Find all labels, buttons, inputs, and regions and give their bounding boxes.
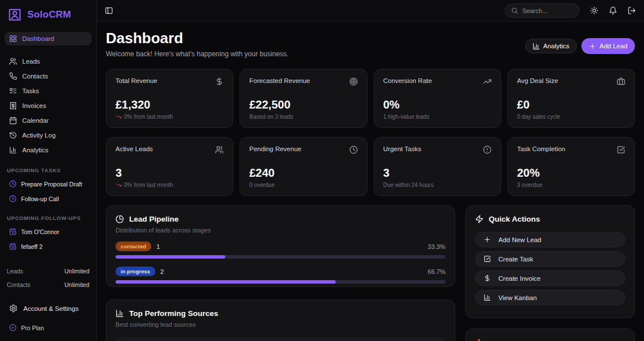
stat-value: 3 bbox=[383, 167, 492, 180]
bar-chart-icon bbox=[484, 294, 491, 301]
main-content: Dashboard Welcome back! Here's what's ha… bbox=[97, 22, 644, 341]
stat-title: Active Leads bbox=[115, 145, 153, 152]
top-sources-card: Top Performing Sources Best converting l… bbox=[106, 300, 455, 341]
list-item-label: Prepare Proposal Draft bbox=[21, 181, 82, 188]
quick-action-add-new-lead[interactable]: Add New Lead bbox=[475, 232, 625, 247]
list-item[interactable]: Follow-up Call bbox=[7, 193, 89, 205]
pipeline-row-contacted: contacted133.3% bbox=[115, 242, 445, 251]
analytics-button[interactable]: Analytics bbox=[525, 39, 577, 53]
list-item[interactable]: fefaeff 2 bbox=[7, 240, 89, 252]
quick-action-view-kanban[interactable]: View Kanban bbox=[475, 290, 625, 305]
sidebar-footer: Account & Settings Pro Plan bbox=[0, 295, 96, 341]
users-icon bbox=[215, 145, 224, 154]
sidebar-item-tasks[interactable]: Tasks bbox=[5, 84, 92, 98]
notifications-icon[interactable] bbox=[609, 6, 617, 15]
zap-icon bbox=[475, 215, 484, 223]
trending-up-icon bbox=[483, 77, 492, 86]
stage-progress-fill bbox=[115, 280, 336, 284]
calendar-clock-icon bbox=[9, 243, 16, 250]
sources-subtitle: Best converting lead sources bbox=[115, 321, 445, 328]
list-item[interactable]: Prepare Proposal Draft bbox=[7, 178, 89, 190]
analytics-button-label: Analytics bbox=[543, 43, 569, 49]
stage-badge: in progress bbox=[115, 267, 155, 276]
stage-badge: contacted bbox=[115, 242, 151, 251]
sidebar-item-analytics[interactable]: Analytics bbox=[5, 143, 92, 157]
stat-card-pending-revenue: Pending Revenue £240 0 overdue bbox=[240, 137, 367, 196]
stats-grid: Total Revenue £1,320 0% from last month … bbox=[106, 69, 635, 196]
lead-pipeline-card: Lead Pipeline Distribution of leads acro… bbox=[106, 205, 455, 287]
list-item-label: Tom O'Connor bbox=[21, 228, 59, 235]
add-lead-button[interactable]: Add Lead bbox=[581, 38, 635, 54]
logout-icon[interactable] bbox=[628, 6, 636, 15]
stat-subtext: 3 overdue bbox=[517, 182, 625, 188]
stat-title: Total Revenue bbox=[115, 77, 158, 84]
stat-card-total-revenue: Total Revenue £1,320 0% from last month bbox=[106, 69, 233, 128]
alert-circle-icon bbox=[483, 145, 492, 154]
square-check-icon bbox=[617, 145, 625, 154]
stat-title: Avg Deal Size bbox=[517, 77, 558, 84]
dollar-icon bbox=[215, 77, 224, 86]
stat-value: £1,320 bbox=[115, 98, 224, 111]
sidebar-item-leads[interactable]: Leads bbox=[5, 55, 92, 68]
stage-count: 1 bbox=[156, 243, 160, 250]
pie-chart-icon bbox=[115, 215, 124, 223]
search-box[interactable] bbox=[505, 3, 580, 18]
upcoming-followups-label: UPCOMING FOLLOW-UPS bbox=[7, 215, 89, 221]
sidebar-item-label: Leads bbox=[22, 58, 40, 65]
sidebar-item-dashboard[interactable]: Dashboard bbox=[5, 32, 92, 45]
quick-action-create-invoice[interactable]: Create Invoice bbox=[475, 271, 625, 286]
sidebar-item-contacts[interactable]: Contacts bbox=[5, 69, 92, 83]
search-icon bbox=[511, 7, 518, 14]
stat-subtext: 0% from last month bbox=[115, 182, 224, 188]
stage-progress-fill bbox=[115, 255, 225, 259]
bar-chart-icon bbox=[532, 43, 540, 50]
pro-plan-item[interactable]: Pro Plan bbox=[7, 316, 89, 335]
upcoming-tasks-label: UPCOMING TASKS bbox=[7, 167, 89, 173]
stat-subtext: 1 high-value leads bbox=[383, 114, 492, 120]
sidebar-item-calendar[interactable]: Calendar bbox=[5, 114, 92, 127]
sidebar-toggle-icon[interactable] bbox=[105, 6, 113, 15]
list-item[interactable]: Tom O'Connor bbox=[7, 226, 89, 238]
search-input[interactable] bbox=[522, 7, 573, 14]
stat-value: £22,500 bbox=[249, 98, 357, 111]
layout-grid-icon bbox=[9, 35, 17, 43]
sidebar-item-label: Tasks bbox=[22, 88, 39, 94]
briefcase-icon bbox=[617, 77, 625, 86]
pipeline-row-in-progress: in progress266.7% bbox=[115, 267, 445, 276]
stat-value: 20% bbox=[517, 167, 625, 180]
sidebar-nav: DashboardLeadsContactsTasksInvoicesCalen… bbox=[0, 28, 96, 157]
sidebar-item-activity-log[interactable]: Activity Log bbox=[5, 128, 92, 142]
quick-action-label: Create Invoice bbox=[498, 275, 540, 282]
sidebar-item-label: Invoices bbox=[22, 102, 46, 109]
quick-actions-title: Quick Actions bbox=[489, 215, 540, 223]
account-settings-button[interactable]: Account & Settings bbox=[7, 301, 89, 316]
stat-subtext: Based on 3 leads bbox=[249, 114, 357, 120]
history-icon bbox=[9, 131, 17, 139]
sidebar-item-label: Analytics bbox=[22, 147, 48, 153]
users-icon bbox=[9, 57, 17, 65]
stat-card-urgent-tasks: Urgent Tasks 3 Due within 24 hours bbox=[374, 137, 501, 196]
page-title: Dashboard bbox=[106, 30, 288, 47]
add-lead-button-label: Add Lead bbox=[600, 43, 628, 49]
flame-icon bbox=[475, 338, 483, 341]
quick-actions-card: Quick Actions Add New LeadCreate TaskCre… bbox=[465, 205, 635, 318]
stat-title: Conversion Rate bbox=[383, 77, 432, 84]
sidebar-item-invoices[interactable]: Invoices bbox=[5, 99, 92, 113]
calendar-clock-icon bbox=[9, 228, 16, 235]
topbar bbox=[97, 0, 644, 22]
plan-badge-icon bbox=[9, 324, 16, 331]
theme-toggle-icon[interactable] bbox=[590, 6, 598, 15]
trending-down-icon bbox=[115, 114, 122, 120]
upcoming-followups-list: Tom O'Connorfefaeff 2 bbox=[7, 226, 89, 252]
stat-card-avg-deal-size: Avg Deal Size £0 0 day sales cycle bbox=[507, 69, 635, 128]
stage-percent: 66.7% bbox=[428, 268, 445, 275]
quick-action-create-task[interactable]: Create Task bbox=[475, 251, 625, 267]
source-row[interactable] bbox=[115, 337, 445, 341]
stage-percent: 33.3% bbox=[428, 243, 445, 250]
bottom-right-card bbox=[465, 328, 635, 341]
clock-icon bbox=[9, 180, 16, 188]
sidebar-item-label: Dashboard bbox=[22, 35, 54, 42]
quick-action-label: View Kanban bbox=[498, 294, 537, 301]
target-icon bbox=[349, 77, 358, 86]
list-item-label: Follow-up Call bbox=[21, 196, 59, 202]
